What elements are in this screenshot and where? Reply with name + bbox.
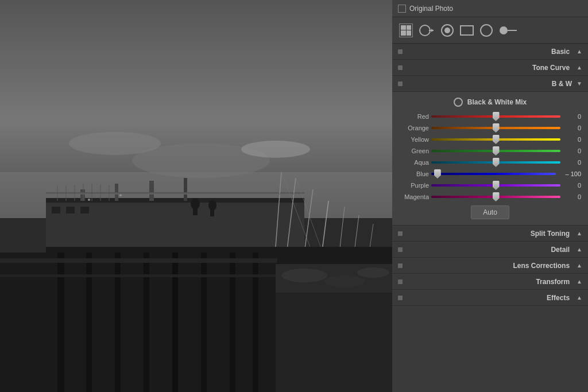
basic-dot (398, 49, 403, 54)
detail-section[interactable]: Detail ▲ (392, 242, 588, 258)
slider-magenta-value: 0 (563, 193, 581, 200)
effects-section[interactable]: Effects ▲ (392, 290, 588, 306)
slider-orange-label: Orange (399, 125, 429, 131)
slider-aqua-label: Aqua (399, 159, 429, 166)
lens-corrections-section[interactable]: Lens Corrections ▲ (392, 258, 588, 274)
transform-dot (398, 280, 403, 284)
transform-toggle: ▲ (577, 278, 582, 285)
slider-blue-track (431, 173, 556, 175)
svg-rect-36 (0, 258, 277, 263)
slider-magenta-thumb[interactable] (493, 192, 500, 201)
slider-aqua: Aqua 0 (399, 158, 581, 166)
lens-dot (398, 263, 403, 268)
circle-arrow-tool[interactable] (419, 24, 435, 37)
slider-orange-thumb[interactable] (493, 123, 500, 133)
slider-aqua-thumb[interactable] (493, 158, 500, 167)
svg-rect-30 (115, 253, 121, 392)
effects-toggle: ▲ (577, 294, 582, 301)
svg-rect-17 (210, 208, 214, 216)
slider-orange: Orange 0 (399, 124, 581, 132)
split-toning-section[interactable]: Split Toning ▲ (392, 226, 588, 242)
svg-rect-11 (149, 181, 154, 201)
svg-point-40 (281, 269, 327, 282)
slider-aqua-value: 0 (563, 159, 581, 166)
bw-mix-title: Black & White Mix (467, 98, 527, 106)
split-toning-dot (398, 231, 403, 236)
svg-point-5 (241, 141, 310, 158)
svg-rect-47 (66, 207, 75, 214)
photo-icon (398, 5, 406, 13)
slider-blue-thumb[interactable] (434, 169, 441, 178)
svg-rect-37 (0, 274, 277, 277)
slider-gradient-tool[interactable] (499, 25, 517, 36)
svg-rect-34 (230, 253, 235, 392)
bw-mix-icon (454, 98, 463, 107)
bw-mix-header: Black & White Mix (399, 98, 581, 107)
svg-rect-15 (193, 207, 198, 215)
tone-curve-section-header[interactable]: Tone Curve ▲ (392, 60, 588, 76)
slider-yellow-label: Yellow (399, 136, 429, 143)
detail-dot (398, 247, 403, 252)
slider-purple-thumb[interactable] (493, 181, 500, 190)
slider-orange-value: 0 (563, 125, 581, 131)
tone-curve-title: Tone Curve (407, 64, 574, 72)
grid-tool[interactable] (399, 24, 413, 37)
svg-rect-45 (0, 247, 46, 253)
svg-point-42 (357, 267, 389, 278)
right-panel: Original Photo (392, 0, 588, 392)
bw-section: B & W ▼ Black & White Mix Red 0 Orange (392, 76, 588, 226)
slider-yellow: Yellow 0 (399, 135, 581, 143)
slider-magenta: Magenta 0 (399, 193, 581, 201)
slider-green-track-container[interactable] (431, 147, 560, 155)
effects-title: Effects (407, 294, 574, 302)
header-bar: Original Photo (392, 0, 588, 17)
slider-magenta-label: Magenta (399, 193, 429, 200)
bw-section-header[interactable]: B & W ▼ (392, 76, 588, 92)
svg-rect-38 (276, 287, 392, 392)
slider-red-thumb[interactable] (493, 112, 500, 121)
slider-purple-value: 0 (563, 182, 581, 189)
slider-yellow-thumb[interactable] (493, 135, 500, 144)
svg-rect-28 (57, 253, 64, 392)
svg-rect-62 (461, 26, 473, 35)
slider-yellow-track-container[interactable] (431, 135, 560, 143)
bw-content: Black & White Mix Red 0 Orange 0 (392, 92, 588, 225)
slider-purple-label: Purple (399, 182, 429, 189)
slider-blue: Blue – 100 (399, 170, 581, 178)
svg-point-64 (500, 26, 508, 34)
slider-magenta-track-container[interactable] (431, 193, 560, 201)
slider-red: Red 0 (399, 112, 581, 121)
slider-red-track-container[interactable] (431, 112, 560, 121)
slider-orange-track-container[interactable] (431, 124, 560, 132)
auto-button[interactable]: Auto (471, 205, 509, 219)
slider-green: Green 0 (399, 147, 581, 155)
slider-aqua-track-container[interactable] (431, 158, 560, 166)
lens-toggle: ▲ (577, 262, 582, 269)
svg-rect-48 (80, 207, 89, 214)
svg-rect-31 (144, 253, 149, 392)
transform-section[interactable]: Transform ▲ (392, 274, 588, 290)
slider-purple-track-container[interactable] (431, 181, 560, 189)
lens-corrections-title: Lens Corrections (407, 262, 574, 270)
basic-section-header[interactable]: Basic ▲ (392, 44, 588, 60)
svg-rect-35 (253, 253, 258, 392)
basic-title: Basic (407, 48, 574, 56)
svg-point-61 (444, 28, 450, 33)
circle-empty-tool[interactable] (479, 24, 493, 37)
svg-rect-12 (184, 178, 187, 201)
slider-blue-track-container[interactable] (431, 170, 556, 178)
svg-point-41 (324, 275, 365, 287)
bw-toggle-icon: ▼ (577, 80, 582, 87)
effects-dot (398, 296, 403, 300)
split-toning-title: Split Toning (407, 230, 574, 238)
photo-area (0, 0, 392, 392)
slider-green-value: 0 (563, 148, 581, 154)
slider-yellow-value: 0 (563, 136, 581, 143)
slider-blue-label: Blue (399, 170, 429, 177)
target-tool[interactable] (440, 24, 454, 37)
tone-curve-dot (398, 65, 403, 70)
slider-green-thumb[interactable] (493, 146, 500, 156)
slider-red-value: 0 (563, 113, 581, 120)
rect-tool[interactable] (460, 25, 474, 36)
detail-toggle: ▲ (577, 246, 582, 253)
